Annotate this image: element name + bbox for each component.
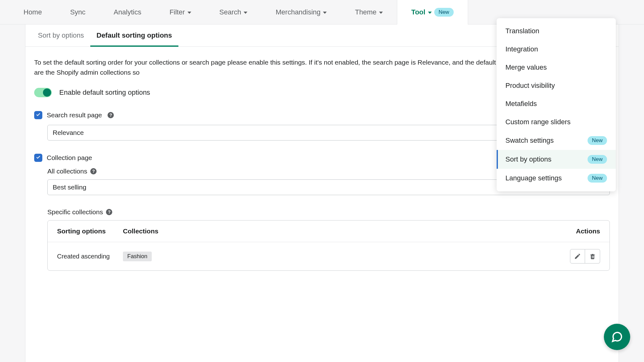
col-header-collections: Collections	[123, 227, 562, 235]
new-badge: New	[588, 155, 607, 164]
search-page-checkbox[interactable]	[34, 111, 42, 119]
check-icon	[36, 113, 41, 118]
table-header: Sorting options Collections Actions	[48, 221, 610, 242]
nav-analytics[interactable]: Analytics	[100, 0, 156, 24]
chevron-down-icon	[428, 12, 432, 14]
tab-default-sorting-options[interactable]: Default sorting options	[90, 24, 178, 46]
nav-filter[interactable]: Filter	[156, 0, 205, 24]
check-icon	[36, 155, 41, 160]
search-page-label: Search result page	[47, 111, 102, 119]
nav-search[interactable]: Search	[205, 0, 262, 24]
dropdown-swatch-settings-label: Swatch settings	[505, 136, 554, 145]
dropdown-custom-range-sliders-label: Custom range sliders	[505, 118, 571, 126]
nav-tool[interactable]: Tool New	[397, 0, 468, 24]
pencil-icon	[574, 253, 581, 260]
search-page-select-value: Relevance	[53, 129, 84, 136]
row-sorting-value: Created ascending	[57, 253, 123, 260]
collection-page-label: Collection page	[47, 154, 92, 162]
specific-collections-label: Specific collections	[47, 208, 103, 216]
tab-default-sorting-label: Default sorting options	[97, 31, 172, 39]
dropdown-merge-values[interactable]: Merge values	[497, 58, 616, 77]
dropdown-metafields[interactable]: Metafields	[497, 95, 616, 113]
nav-theme-label: Theme	[355, 8, 376, 16]
trash-icon	[589, 253, 596, 260]
dropdown-language-settings-label: Language settings	[505, 174, 562, 182]
col-header-actions: Actions	[562, 227, 600, 235]
new-badge: New	[588, 174, 607, 183]
all-collections-select-value: Best selling	[53, 184, 86, 191]
dropdown-translation[interactable]: Translation	[497, 22, 616, 40]
enable-toggle-label: Enable default sorting options	[59, 88, 150, 97]
help-icon[interactable]: ?	[108, 112, 114, 118]
nav-home[interactable]: Home	[9, 0, 56, 24]
enable-toggle[interactable]	[34, 88, 52, 97]
nav-analytics-label: Analytics	[114, 8, 141, 16]
tool-dropdown-menu: Translation Integration Merge values Pro…	[497, 18, 616, 191]
dropdown-metafields-label: Metafields	[505, 100, 537, 108]
dropdown-language-settings[interactable]: Language settingsNew	[497, 169, 616, 188]
new-badge: New	[588, 136, 607, 145]
nav-home-label: Home	[24, 8, 42, 16]
nav-filter-label: Filter	[170, 8, 185, 16]
help-icon[interactable]: ?	[106, 209, 112, 215]
dropdown-translation-label: Translation	[505, 27, 539, 35]
nav-search-label: Search	[219, 8, 241, 16]
chevron-down-icon	[379, 12, 383, 14]
dropdown-custom-range-sliders[interactable]: Custom range sliders	[497, 113, 616, 131]
delete-button[interactable]	[585, 249, 600, 264]
nav-sync-label: Sync	[70, 8, 86, 16]
help-icon[interactable]: ?	[90, 168, 97, 174]
col-header-sorting: Sorting options	[57, 227, 123, 235]
chat-fab[interactable]	[604, 324, 630, 350]
table-row: Created ascending Fashion	[48, 242, 610, 270]
nav-merchandising-label: Merchandising	[276, 8, 320, 16]
nav-sync[interactable]: Sync	[56, 0, 100, 24]
specific-collections-label-row: Specific collections ?	[47, 208, 610, 216]
dropdown-sort-by-options[interactable]: Sort by optionsNew	[497, 150, 616, 169]
dropdown-sort-by-options-label: Sort by options	[505, 155, 552, 163]
chevron-down-icon	[244, 12, 247, 14]
chevron-down-icon	[323, 12, 327, 14]
edit-button[interactable]	[570, 249, 585, 264]
all-collections-label: All collections	[47, 168, 87, 175]
tab-sort-by-label: Sort by options	[38, 31, 84, 39]
dropdown-integration-label: Integration	[505, 45, 538, 53]
new-badge: New	[434, 8, 454, 17]
dropdown-swatch-settings[interactable]: Swatch settingsNew	[497, 131, 616, 150]
row-collections-value: Fashion	[123, 252, 562, 261]
chat-icon	[611, 331, 623, 343]
dropdown-integration[interactable]: Integration	[497, 40, 616, 58]
nav-merchandising[interactable]: Merchandising	[261, 0, 341, 24]
tab-sort-by-options[interactable]: Sort by options	[32, 24, 90, 46]
chevron-down-icon	[187, 12, 191, 14]
dropdown-product-visibility-label: Product visibility	[505, 82, 555, 90]
toggle-knob	[43, 88, 51, 97]
row-actions	[562, 249, 600, 264]
collection-page-checkbox[interactable]	[34, 154, 42, 162]
nav-tool-label: Tool	[411, 8, 425, 16]
nav-theme[interactable]: Theme	[341, 0, 397, 24]
dropdown-product-visibility[interactable]: Product visibility	[497, 77, 616, 95]
specific-collections-table: Sorting options Collections Actions Crea…	[47, 220, 610, 271]
collection-tag: Fashion	[123, 252, 152, 261]
dropdown-merge-values-label: Merge values	[505, 63, 547, 72]
